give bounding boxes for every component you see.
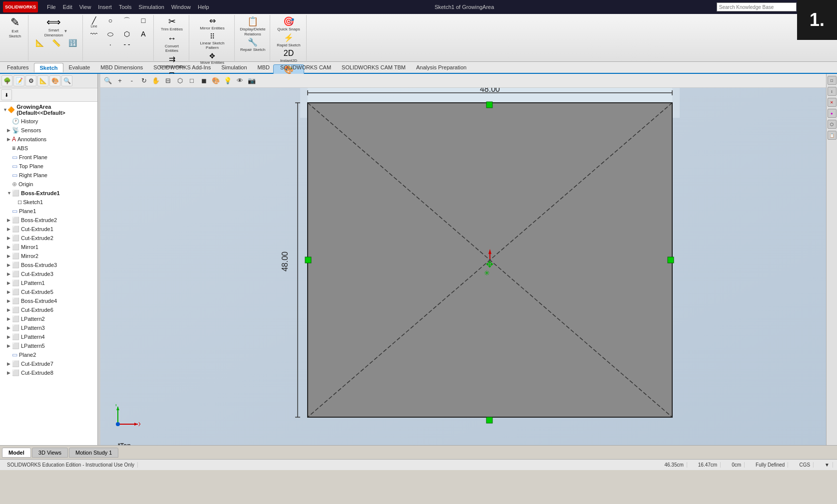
tree-item-lpattern2[interactable]: ▶ ⬜ LPattern2 <box>1 314 96 323</box>
btab-motion-study[interactable]: Motion Study 1 <box>69 448 118 458</box>
tree-item-sensors[interactable]: ▶ 📡 Sensors <box>1 126 96 135</box>
tree-item-lpattern3[interactable]: ▶ ⬜ LPattern3 <box>1 323 96 332</box>
exit-sketch-button[interactable]: ✎ ExitSketch <box>4 16 26 39</box>
tree-item-abs[interactable]: ≡ ABS <box>1 144 96 153</box>
sketch-canvas[interactable]: 48.00 48.00 <box>100 88 826 445</box>
rp-btn-6[interactable]: 📋 <box>828 131 837 140</box>
tree-item-origin[interactable]: ⊕ Origin <box>1 180 96 189</box>
tab-mbd[interactable]: MBD <box>253 63 275 72</box>
tree-item-lpattern5[interactable]: ▶ ⬜ LPattern5 <box>1 341 96 350</box>
dim-sub-3[interactable]: 🔢 <box>64 38 80 47</box>
tree-item-right-plane[interactable]: ▭ Right Plane <box>1 171 96 180</box>
tree-item-annotations[interactable]: ▶ A Annotations <box>1 135 96 144</box>
menu-insert[interactable]: Insert <box>95 3 115 11</box>
tree-root[interactable]: ▼ 🔶 GrowingArea (Default<<Default> <box>1 103 96 117</box>
dim-xpert-btn[interactable]: 📐 <box>37 75 48 86</box>
point-button[interactable]: · <box>102 40 118 49</box>
menu-edit[interactable]: Edit <box>60 3 75 11</box>
zoom-in-btn[interactable]: + <box>114 75 125 86</box>
polygon-button[interactable]: ⬡ <box>119 29 135 39</box>
tree-item-history[interactable]: 🕐 History <box>1 117 96 126</box>
shaded-btn[interactable]: ◼ <box>198 75 209 86</box>
tree-item-boss-extrude4[interactable]: ▶ ⬜ Boss-Extrude4 <box>1 296 96 305</box>
circle-button[interactable]: ○ <box>102 16 118 28</box>
display-mode-btn[interactable]: 🎨 <box>210 75 221 86</box>
rp-btn-5[interactable]: ⬡ <box>828 120 837 129</box>
config-manager-btn[interactable]: ⚙ <box>25 75 36 86</box>
property-manager-btn[interactable]: 📝 <box>13 75 24 86</box>
btab-3d-views[interactable]: 3D Views <box>32 448 68 458</box>
dim-sub-2[interactable]: 📏 <box>48 38 64 47</box>
lighting-btn[interactable]: 💡 <box>222 75 233 86</box>
tree-item-front-plane[interactable]: ▭ Front Plane <box>1 153 96 162</box>
rect-button[interactable]: □ <box>135 16 151 28</box>
trim-entities-button[interactable]: ✂ Trim Entities <box>159 16 185 33</box>
tab-features[interactable]: Features <box>2 63 33 72</box>
view-area[interactable]: 🔍 + - ↻ ✋ ⊟ ⬡ □ ◼ 🎨 💡 👁 📷 <box>100 74 826 445</box>
repair-sketch-button[interactable]: 🔧 Repair Sketch <box>238 37 267 53</box>
view-orient-btn[interactable]: ⬡ <box>174 75 185 86</box>
tab-sw-addins[interactable]: SOLIDWORKS Add-Ins <box>148 63 216 72</box>
display-manager-btn[interactable]: 🎨 <box>49 75 60 86</box>
menu-tools[interactable]: Tools <box>116 3 135 11</box>
rp-btn-3[interactable]: ✕ <box>828 98 837 107</box>
tab-mbd-dimensions[interactable]: MBD Dimensions <box>95 63 148 72</box>
menu-file[interactable]: File <box>44 3 59 11</box>
tree-item-cut-extrude7[interactable]: ▶ ⬜ Cut-Extrude7 <box>1 359 96 368</box>
quick-snaps-button[interactable]: 🎯 Quick Snaps <box>275 16 302 33</box>
tab-sw-cam[interactable]: SOLIDWORKS CAM <box>275 63 336 72</box>
tree-item-top-plane[interactable]: ▭ Top Plane <box>1 162 96 171</box>
tree-item-cut-extrude3[interactable]: ▶ ⬜ Cut-Extrude3 <box>1 269 96 278</box>
tree-item-cut-extrude8[interactable]: ▶ ⬜ Cut-Extrude8 <box>1 368 96 377</box>
centerline-button[interactable]: - - <box>119 40 135 49</box>
search-input[interactable] <box>717 2 797 11</box>
rp-btn-2[interactable]: ↕ <box>828 87 837 96</box>
tab-analysis[interactable]: Analysis Preparation <box>411 63 471 72</box>
zoom-to-fit-btn[interactable]: 🔍 <box>102 75 113 86</box>
mirror-entities-button[interactable]: ⇔ Mirror Entities <box>192 16 232 32</box>
arc-button[interactable]: ⌒ <box>119 16 135 28</box>
display-delete-button[interactable]: 📋 Display/Delete Relations <box>238 16 268 37</box>
camera-btn[interactable]: 📷 <box>246 75 257 86</box>
smart-dimension-button[interactable]: ⟺ SmartDimension ▼ <box>42 16 70 38</box>
convert-entities-button[interactable]: ↔ Convert Entities <box>157 33 187 54</box>
pan-btn[interactable]: ✋ <box>150 75 161 86</box>
zoom-out-btn[interactable]: - <box>126 75 137 86</box>
tree-item-cut-extrude1[interactable]: ▶ ⬜ Cut-Extrude1 <box>1 225 96 234</box>
tab-sketch[interactable]: Sketch <box>34 63 63 72</box>
tab-simulation[interactable]: Simulation <box>216 63 252 72</box>
tree-item-lpattern4[interactable]: ▶ ⬜ LPattern4 <box>1 332 96 341</box>
tree-item-plane2[interactable]: ▭ Plane2 <box>1 350 96 359</box>
tree-item-mirror2[interactable]: ▶ ⬜ Mirror2 <box>1 252 96 260</box>
tab-evaluate[interactable]: Evaluate <box>64 63 95 72</box>
menu-simulation[interactable]: Simulation <box>136 3 167 11</box>
filter-icon-btn[interactable]: ⬇ <box>1 89 12 100</box>
line-button[interactable]: ╱ Line <box>86 16 102 28</box>
rotate-btn[interactable]: ↻ <box>138 75 149 86</box>
menu-help[interactable]: Help <box>195 3 212 11</box>
feature-manager-btn[interactable]: 🌳 <box>1 75 12 86</box>
linear-pattern-button[interactable]: ⠿ Linear Sketch Pattern <box>192 32 232 51</box>
filter-btn[interactable]: 🔍 <box>61 75 72 86</box>
rp-btn-4[interactable]: ● <box>828 109 837 118</box>
tree-item-boss-extrude1[interactable]: ▼ ⬜ Boss-Extrude1 <box>1 189 96 198</box>
ellipse-button[interactable]: ⬭ <box>102 29 118 39</box>
tree-item-mirror1[interactable]: ▶ ⬜ Mirror1 <box>1 243 96 252</box>
hide-show-btn[interactable]: 👁 <box>234 75 245 86</box>
menu-view[interactable]: View <box>76 3 94 11</box>
tree-item-lpattern1[interactable]: ▶ ⬜ LPattern1 <box>1 278 96 287</box>
tree-item-cut-extrude6[interactable]: ▶ ⬜ Cut-Extrude6 <box>1 305 96 314</box>
dim-sub-1[interactable]: 📐 <box>31 38 47 47</box>
btab-model[interactable]: Model <box>2 448 31 458</box>
menu-window[interactable]: Window <box>168 3 194 11</box>
tree-item-plane1[interactable]: ▭ Plane1 <box>1 207 96 216</box>
rp-btn-1[interactable]: □ <box>828 76 837 85</box>
instant2d-button[interactable]: 2D Instant2D <box>278 48 300 64</box>
tree-item-sketch1[interactable]: □ Sketch1 <box>1 198 96 207</box>
tree-item-cut-extrude2[interactable]: ▶ ⬜ Cut-Extrude2 <box>1 234 96 243</box>
tree-item-boss-extrude2[interactable]: ▶ ⬜ Boss-Extrude2 <box>1 216 96 225</box>
section-view-btn[interactable]: ⊟ <box>162 75 173 86</box>
text-button[interactable]: A <box>135 29 151 39</box>
rapid-sketch-button[interactable]: ⚡ Rapid Sketch <box>275 33 303 49</box>
unit-dropdown[interactable]: ▼ <box>822 462 833 468</box>
